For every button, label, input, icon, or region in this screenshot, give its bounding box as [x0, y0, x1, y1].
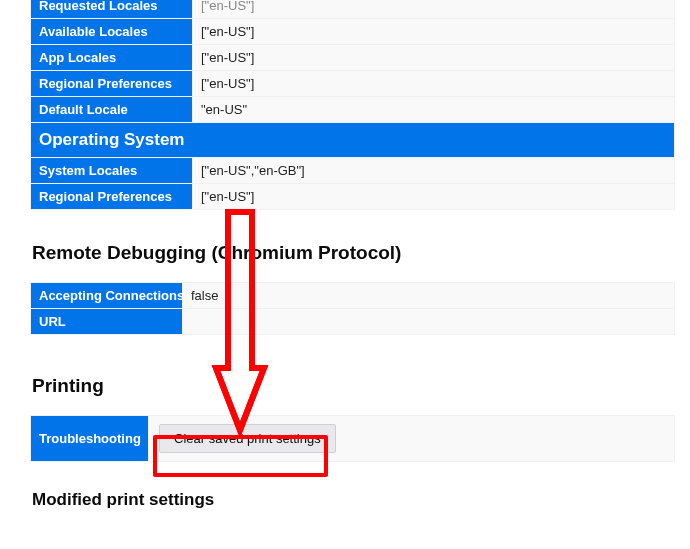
row-label: App Locales: [31, 45, 193, 71]
table-row: Troubleshooting Clear saved print settin…: [31, 416, 675, 462]
row-value: ["en-US"]: [193, 0, 675, 19]
row-label: URL: [31, 309, 183, 335]
row-label: Regional Preferences: [31, 71, 193, 97]
row-label: System Locales: [31, 158, 193, 184]
locale-table: Requested Locales ["en-US"] Available Lo…: [30, 0, 675, 210]
row-value: "en-US": [193, 97, 675, 123]
table-row: Default Locale "en-US": [31, 97, 675, 123]
printing-table: Troubleshooting Clear saved print settin…: [30, 415, 675, 462]
section-header-os: Operating System: [31, 123, 675, 158]
troubleshooting-label: Troubleshooting: [31, 416, 149, 462]
row-label: Accepting Connections: [31, 283, 183, 309]
remote-debugging-title: Remote Debugging (Chromium Protocol): [32, 242, 690, 264]
row-value: ["en-US"]: [193, 184, 675, 210]
row-label: Regional Preferences: [31, 184, 193, 210]
row-value: ["en-US"]: [193, 71, 675, 97]
printing-title: Printing: [32, 375, 690, 397]
section-header-label: Operating System: [31, 123, 675, 158]
table-row: Available Locales ["en-US"]: [31, 19, 675, 45]
table-row: Accepting Connections false: [31, 283, 675, 309]
modified-print-settings-title: Modified print settings: [32, 490, 690, 510]
row-label: Default Locale: [31, 97, 193, 123]
row-value: ["en-US","en-GB"]: [193, 158, 675, 184]
table-row: URL: [31, 309, 675, 335]
table-row: Requested Locales ["en-US"]: [31, 0, 675, 19]
remote-debugging-table: Accepting Connections false URL: [30, 282, 675, 335]
row-label: Requested Locales: [31, 0, 193, 19]
row-value: ["en-US"]: [193, 45, 675, 71]
table-row: Regional Preferences ["en-US"]: [31, 71, 675, 97]
table-row: Regional Preferences ["en-US"]: [31, 184, 675, 210]
annotation-box-icon: [153, 435, 328, 477]
row-value: ["en-US"]: [193, 19, 675, 45]
row-value: [183, 309, 675, 335]
row-label: Available Locales: [31, 19, 193, 45]
row-value: false: [183, 283, 675, 309]
table-row: App Locales ["en-US"]: [31, 45, 675, 71]
table-row: System Locales ["en-US","en-GB"]: [31, 158, 675, 184]
